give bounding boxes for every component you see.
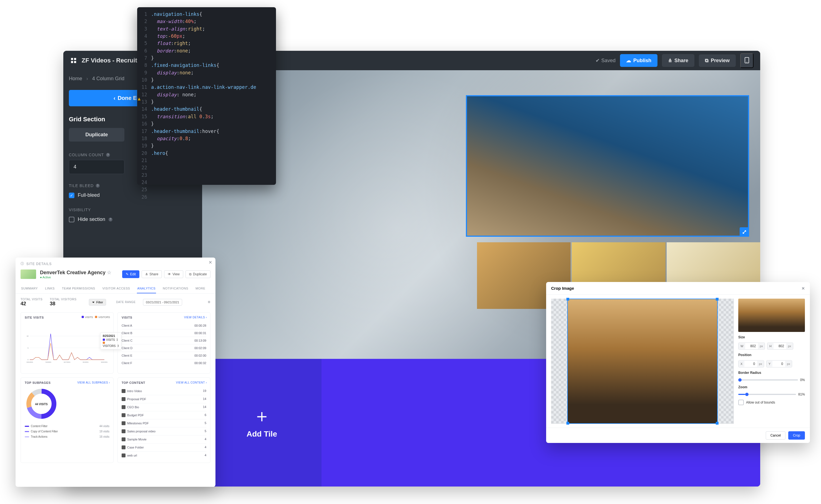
crop-stage[interactable] (551, 299, 734, 424)
crop-settings: Size W802px H802px Position X0px Y0px Bo… (738, 299, 805, 424)
crop-selection[interactable] (567, 299, 718, 424)
crop-button[interactable]: Crop (788, 431, 805, 440)
eye-icon: 👁 (168, 272, 171, 276)
svg-text:9/20/2021: 9/20/2021 (101, 361, 108, 363)
close-icon[interactable]: ✕ (208, 260, 212, 265)
border-radius-slider[interactable]: 0% (738, 378, 805, 382)
visibility-label: VISIBILITY (63, 204, 202, 215)
close-icon[interactable]: ✕ (802, 286, 805, 291)
y-input[interactable]: Y0px (766, 360, 792, 367)
publish-label: Publish (633, 58, 651, 64)
crop-handle-icon[interactable] (567, 298, 569, 301)
add-tile-button[interactable]: ＋ Add Tile (202, 359, 321, 487)
column-count-input[interactable] (69, 160, 124, 174)
list-item[interactable]: Sales proposal video5 (122, 427, 206, 435)
top-subpages-card: TOP SUBPAGES VIEW ALL SUBPAGES› 44 VISIT… (21, 377, 114, 463)
settings-icon[interactable]: ⚙ (208, 300, 210, 304)
add-tile-label: Add Tile (246, 430, 277, 439)
help-icon[interactable]: ? (96, 184, 100, 188)
selected-image-tile[interactable] (466, 95, 749, 237)
modal-header: Crop Image ✕ (546, 282, 810, 295)
edit-button[interactable]: ✎Edit (122, 270, 139, 278)
copy-icon: ⧉ (189, 272, 191, 276)
chevron-left-icon: ‹ (114, 95, 115, 101)
list-item[interactable]: Client B00:00:31 (122, 329, 206, 337)
date-range-label: DATE RANGE (116, 301, 135, 304)
view-details-link[interactable]: VIEW DETAILS› (184, 316, 207, 319)
date-range-picker[interactable]: 03/21/2021 - 09/21/2021 (143, 299, 182, 306)
tab-summary[interactable]: SUMMARY (21, 284, 38, 293)
view-all-link[interactable]: VIEW ALL SUBPAGES› (77, 381, 110, 384)
list-item[interactable]: web url4 (122, 452, 206, 459)
share-button[interactable]: ⋔ Share (662, 54, 694, 67)
filter-button[interactable]: ⏷Filter (89, 299, 106, 306)
list-item[interactable]: Case Folder4 (122, 443, 206, 452)
full-bleed-checkbox-row[interactable]: ✓ Full-bleed (63, 191, 202, 204)
height-input[interactable]: H802px (767, 342, 793, 350)
cancel-button[interactable]: Cancel (766, 431, 785, 440)
preview-button[interactable]: ⧉ Preview (699, 54, 736, 67)
help-icon[interactable]: ? (106, 153, 110, 157)
zoom-slider[interactable]: 81% (738, 392, 805, 396)
view-button[interactable]: 👁View (164, 270, 183, 278)
publish-button[interactable]: ☁ Publish (620, 54, 658, 67)
share-button[interactable]: ⋔Share (142, 270, 162, 278)
svg-text:8/1/2021: 8/1/2021 (83, 361, 89, 363)
duplicate-button[interactable]: Duplicate (69, 128, 124, 142)
metric-label: TOTAL VISITS (21, 298, 42, 301)
visits-card: VISITS VIEW DETAILS› Client A00:00:28Cli… (117, 312, 210, 374)
svg-rect-3 (74, 61, 76, 63)
tab-more[interactable]: MORE (195, 284, 206, 293)
view-all-link[interactable]: VIEW ALL CONTENT› (176, 381, 207, 384)
position-label: Position (738, 353, 805, 357)
crop-handle-icon[interactable] (716, 422, 719, 425)
duplicate-button[interactable]: ⧉Duplicate (185, 270, 210, 278)
crop-handle-icon[interactable] (716, 298, 719, 301)
list-item[interactable]: Milestones PDF5 (122, 419, 206, 427)
list-item[interactable]: Sample Movie4 (122, 435, 206, 443)
star-icon[interactable]: ☆ (107, 270, 111, 275)
list-item[interactable]: Proposal PDF14 (122, 395, 206, 403)
list-item[interactable]: Client A00:00:28 (122, 322, 206, 329)
tab-team-permissions[interactable]: TEAM PERMISSIONS (61, 284, 96, 293)
tab-analytics[interactable]: ANALYTICS (137, 284, 156, 293)
list-item[interactable]: CEO Bio14 (122, 403, 206, 411)
checkbox-checked-icon: ✓ (69, 193, 74, 198)
tab-links[interactable]: LINKS (44, 284, 55, 293)
mobile-preview-button[interactable] (740, 53, 754, 68)
list-item[interactable]: Client E00:02:00 (122, 352, 206, 359)
breadcrumb-home[interactable]: Home (69, 76, 82, 81)
code-body[interactable]: .navigation-links{ max-width:40%; text-a… (150, 7, 260, 185)
svg-rect-1 (74, 58, 76, 60)
tab-visitor-access[interactable]: VISITOR ACCESS (102, 284, 131, 293)
svg-text:0: 0 (27, 359, 29, 361)
legend-item: Copy of Content Filter18 visits (25, 430, 109, 433)
saved-status: ✔ Saved (596, 57, 616, 64)
site-thumbnail (21, 269, 36, 279)
hide-section-label: Hide section (78, 216, 105, 222)
code-gutter: 123456789101112▲131415161718192021222324… (137, 7, 150, 185)
list-item[interactable]: Client D00:02:09 (122, 344, 206, 352)
list-item[interactable]: Client F00:00:32 (122, 359, 206, 367)
allow-out-of-bounds-checkbox[interactable]: Allow out of bounds (738, 400, 805, 405)
filter-icon: ⏷ (92, 301, 95, 304)
list-item[interactable]: Intro Video19 (122, 387, 206, 395)
saved-label: Saved (601, 58, 616, 64)
svg-text:3/21/2021: 3/21/2021 (26, 361, 33, 363)
list-item[interactable]: Client C00:13:09 (122, 337, 206, 344)
panel-eyebrow: ⓘ SITE DETAILS (16, 258, 215, 268)
width-input[interactable]: W802px (738, 342, 765, 350)
preview-label: Preview (711, 58, 730, 64)
list-item[interactable]: Budget PDF6 (122, 411, 206, 419)
x-input[interactable]: X0px (738, 360, 764, 367)
top-content-card: TOP CONTENT VIEW ALL CONTENT› Intro Vide… (117, 377, 210, 463)
css-code-editor[interactable]: 123456789101112▲131415161718192021222324… (137, 7, 276, 185)
resize-handle-icon[interactable] (740, 227, 749, 237)
zoom-label: Zoom (738, 385, 805, 389)
hide-section-checkbox-row[interactable]: Hide section ? (63, 215, 202, 228)
tab-notifications[interactable]: NOTIFICATIONS (162, 284, 189, 293)
help-icon[interactable]: ? (109, 218, 112, 221)
donut-center-label: 44 VISITS (25, 387, 58, 421)
crop-handle-icon[interactable] (567, 422, 569, 425)
phone-icon (745, 60, 749, 64)
